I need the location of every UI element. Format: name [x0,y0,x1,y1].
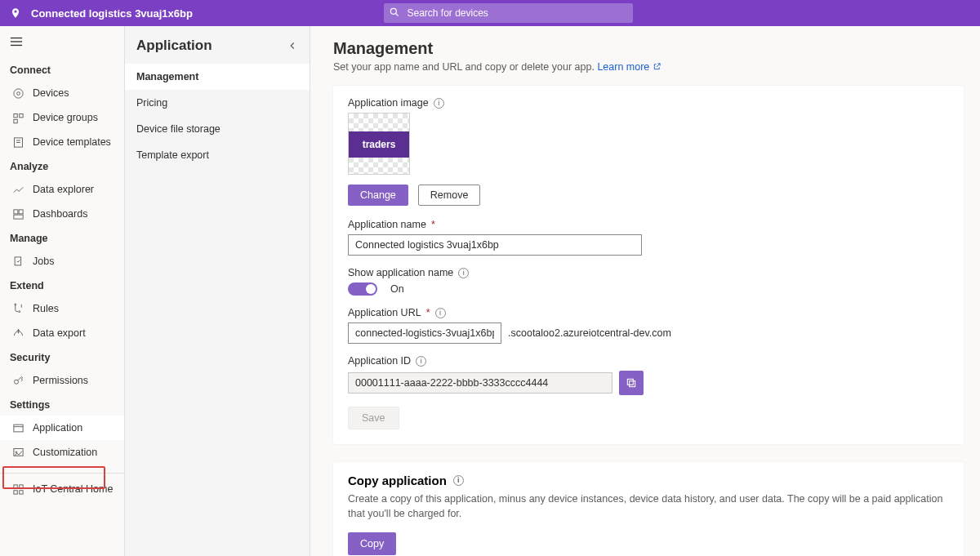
devices-icon [11,87,24,100]
main-content: Management Set your app name and URL and… [310,26,980,556]
external-link-icon [653,62,662,71]
svg-rect-20 [13,425,22,432]
nav-item-dashboards[interactable]: Dashboards [0,202,124,226]
copy-application-card: Copy application i Create a copy of this… [333,462,964,556]
nav-item-data-explorer[interactable]: Data explorer [0,177,124,202]
application-icon [11,421,24,434]
data-explorer-icon [11,183,24,196]
nav-item-devices[interactable]: Devices [0,81,124,105]
search-icon [389,7,400,18]
nav-section-extend: Extend [0,274,124,296]
nav-label: Permissions [33,375,88,386]
svg-rect-26 [13,490,16,493]
application-name-input[interactable] [348,234,642,256]
subnav-item-management[interactable]: Management [125,64,310,90]
nav-section-analyze: Analyze [0,154,124,177]
nav-section-security: Security [0,345,124,368]
svg-rect-7 [13,113,16,117]
info-icon[interactable]: i [435,308,446,318]
nav-label: Device templates [33,136,111,148]
app-image-text: traders [349,131,409,158]
nav-section-manage: Manage [0,226,124,249]
info-icon[interactable]: i [416,356,426,367]
home-grid-icon [11,483,24,496]
nav-item-customization[interactable]: Customization [0,440,124,465]
copy-button[interactable]: Copy [348,532,396,555]
nav-item-iot-central-home[interactable]: IoT Central Home [0,477,124,501]
page-title: Management [333,39,964,58]
change-image-button[interactable]: Change [348,185,408,206]
device-templates-icon [11,136,24,149]
svg-point-18 [18,310,20,312]
svg-rect-24 [13,484,16,487]
nav-item-permissions[interactable]: Permissions [0,368,124,393]
svg-point-19 [14,380,18,384]
chevron-left-icon[interactable] [287,40,298,51]
nav-label: Rules [33,303,59,314]
subnav-item-pricing[interactable]: Pricing [125,90,310,116]
page-description: Set your app name and URL and copy or de… [333,61,964,73]
copy-application-description: Create a copy of this application, minus… [348,492,949,521]
svg-rect-14 [19,209,23,213]
show-name-toggle[interactable] [348,282,377,296]
svg-rect-13 [13,209,17,213]
subnav-item-template-export[interactable]: Template export [125,142,310,168]
application-id-input[interactable] [348,372,612,394]
svg-point-23 [16,451,17,452]
nav-item-jobs[interactable]: Jobs [0,249,124,274]
svg-rect-15 [13,215,22,219]
svg-line-1 [396,14,399,16]
info-icon[interactable]: i [458,268,469,278]
nav-label: Device groups [33,112,98,123]
dashboards-icon [11,207,24,220]
nav-section-settings: Settings [0,393,124,416]
nav-label: Devices [33,87,69,99]
application-id-label: Application ID i [348,355,949,367]
app-title: Connected logistics 3vuaj1x6bp [31,7,193,20]
application-url-label: Application URL* i [348,307,949,318]
application-image-thumbnail: traders [348,113,410,175]
jobs-icon [11,255,24,268]
subnav-item-device-file-storage[interactable]: Device file storage [125,116,310,142]
left-nav: Connect Devices Device groups Device tem… [0,26,125,556]
application-image-label: Application image i [348,97,949,109]
svg-rect-29 [627,379,633,385]
top-header: Connected logistics 3vuaj1x6bp [0,0,980,26]
nav-label: Data explorer [33,184,94,195]
nav-item-rules[interactable]: Rules [0,296,124,321]
svg-rect-9 [13,119,16,122]
svg-rect-8 [19,113,22,117]
nav-item-device-groups[interactable]: Device groups [0,105,124,130]
nav-label: Application [33,422,82,434]
nav-item-application[interactable]: Application [0,416,124,440]
device-groups-icon [11,111,24,124]
location-icon [8,6,23,20]
search-input[interactable] [384,3,633,23]
nav-section-connect: Connect [0,58,124,81]
learn-more-link[interactable]: Learn more [597,61,662,73]
remove-image-button[interactable]: Remove [418,185,481,206]
copy-id-button[interactable] [619,371,644,395]
rules-icon [11,302,24,315]
svg-rect-28 [630,381,635,387]
subnav-title: Application [136,38,212,54]
info-icon[interactable]: i [434,98,444,109]
info-icon[interactable]: i [453,475,464,486]
hamburger-button[interactable] [0,33,124,58]
svg-point-6 [16,91,20,95]
management-card: Application image i traders Change Remov… [333,86,964,444]
svg-point-5 [13,88,22,97]
application-url-input[interactable] [348,322,501,344]
svg-rect-27 [19,490,22,493]
svg-point-0 [391,8,397,14]
nav-label: Customization [33,447,97,458]
nav-item-device-templates[interactable]: Device templates [0,130,124,154]
nav-item-data-export[interactable]: Data export [0,321,124,345]
toggle-state-label: On [390,283,404,295]
nav-label: Data export [33,327,86,339]
svg-rect-16 [15,256,21,265]
show-application-name-label: Show application name i [348,267,949,278]
svg-rect-25 [19,484,22,487]
search-wrap [384,3,633,23]
permissions-icon [11,374,24,387]
